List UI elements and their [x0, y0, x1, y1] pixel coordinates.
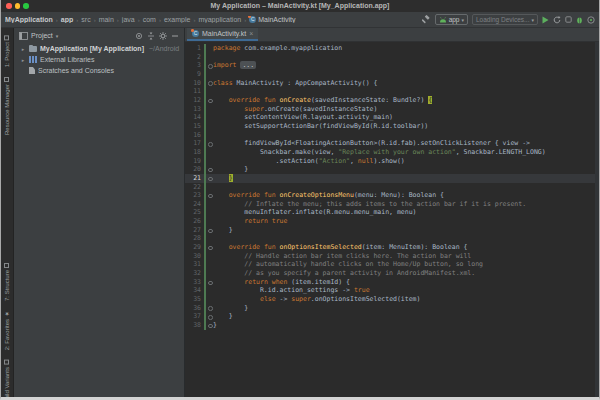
close-window-button[interactable]: [6, 3, 12, 9]
minimize-window-button[interactable]: [15, 3, 21, 9]
fold-marker-icon[interactable]: [206, 278, 213, 287]
fold-marker-icon[interactable]: [206, 226, 213, 235]
code-line-24[interactable]: 24 // Inflate the menu; this adds items …: [185, 200, 599, 209]
fold-marker-icon[interactable]: [206, 79, 213, 88]
breadcrumb-item-example[interactable]: example: [164, 16, 190, 23]
code-editor[interactable]: 1package com.example.myapplication23impo…: [185, 42, 599, 397]
debug-button[interactable]: [576, 16, 583, 24]
code-line-30[interactable]: 30 // Handle action bar item clicks here…: [185, 252, 599, 261]
expand-arrow-icon[interactable]: ▸: [20, 46, 26, 52]
code-line-35[interactable]: 35 else -> super.onOptionsItemSelected(i…: [185, 295, 599, 304]
breadcrumb-item-main[interactable]: main: [99, 16, 114, 23]
code-text: // Handle action bar item clicks here. T…: [213, 252, 599, 261]
code-line-16[interactable]: 16: [185, 131, 599, 140]
apply-changes-icon[interactable]: [553, 16, 561, 24]
zoom-window-button[interactable]: [23, 3, 29, 9]
code-line-3[interactable]: 3import ...: [185, 61, 599, 70]
code-line-34[interactable]: 34 R.id.action_settings -> true: [185, 286, 599, 295]
code-line-29[interactable]: 29 override fun onOptionsItemSelected(it…: [185, 243, 599, 252]
line-number: 14: [185, 113, 201, 122]
fold-marker-icon[interactable]: [206, 96, 213, 105]
settings-gear-icon[interactable]: [158, 31, 167, 40]
project-panel-title[interactable]: Project: [31, 32, 53, 39]
code-line-21[interactable]: 21 }: [185, 174, 599, 183]
code-line-23[interactable]: 23 override fun onCreateOptionsMenu(menu…: [185, 191, 599, 200]
breadcrumb-item-myapplication[interactable]: myapplication: [198, 16, 241, 23]
tab-mainactivity[interactable]: C MainActivity.kt ×: [187, 28, 258, 41]
run-configuration-select[interactable]: app ▾: [435, 14, 468, 25]
breadcrumb-item-myapplication[interactable]: MyApplication: [5, 16, 53, 23]
profiler-icon[interactable]: [587, 16, 595, 24]
fold-marker-icon[interactable]: [206, 61, 213, 70]
tool-stripe-button-build-variants[interactable]: Build Variants: [4, 360, 10, 397]
locate-file-icon[interactable]: [134, 31, 143, 40]
fold-marker-icon[interactable]: [206, 139, 213, 148]
tool-stripe-button-project[interactable]: 1: Project: [4, 35, 10, 67]
tree-item-scratches[interactable]: Scratches and Consoles: [14, 65, 184, 76]
tree-item-label: MyApplication [My Application]: [40, 45, 144, 52]
code-line-14[interactable]: 14 setContentView(R.layout.activity_main…: [185, 113, 599, 122]
close-tab-icon[interactable]: ×: [249, 30, 253, 37]
tree-item-libraries[interactable]: ▸External Libraries: [14, 54, 184, 65]
fold-column: [206, 208, 213, 217]
chevron-down-icon[interactable]: ▾: [56, 33, 59, 39]
code-line-18[interactable]: 18 Snackbar.make(view, "Replace with you…: [185, 148, 599, 157]
tool-stripe-button-favorites[interactable]: 2: Favorites★: [4, 311, 10, 350]
code-line-10[interactable]: 10class MainActivity : AppCompatActivity…: [185, 79, 599, 88]
fold-marker-icon[interactable]: [206, 312, 213, 321]
code-line-27[interactable]: 27 }: [185, 226, 599, 235]
code-text: return when (item.itemId) {: [213, 278, 599, 287]
breadcrumb-separator: ›: [193, 17, 195, 23]
expand-arrow-icon[interactable]: ▸: [20, 57, 26, 63]
code-line-13[interactable]: 13 super.onCreate(savedInstanceState): [185, 105, 599, 114]
device-selector[interactable]: Loading Devices... ▾: [472, 14, 538, 25]
fold-marker-icon[interactable]: [206, 321, 213, 330]
code-line-9[interactable]: 9: [185, 70, 599, 79]
code-line-33[interactable]: 33 return when (item.itemId) {: [185, 278, 599, 287]
code-line-28[interactable]: 28: [185, 234, 599, 243]
line-number: 17: [185, 139, 201, 148]
tree-item-folder[interactable]: ▸MyApplication [My Application]~/Android: [14, 43, 184, 54]
run-button[interactable]: [542, 16, 549, 24]
code-line-20[interactable]: 20 }: [185, 165, 599, 174]
fold-marker-icon[interactable]: [206, 304, 213, 313]
breadcrumb-item-com[interactable]: com: [143, 16, 156, 23]
code-line-17[interactable]: 17 findViewById<FloatingActionButton>(R.…: [185, 139, 599, 148]
code-line-11[interactable]: 11: [185, 87, 599, 96]
code-line-38[interactable]: 38}: [185, 321, 599, 330]
fold-marker-icon[interactable]: [206, 191, 213, 200]
code-line-15[interactable]: 15 setSupportActionBar(findViewById(R.id…: [185, 122, 599, 131]
code-line-12[interactable]: 12 override fun onCreate(savedInstanceSt…: [185, 96, 599, 105]
libraries-icon: [29, 56, 37, 63]
code-line-32[interactable]: 32 // as you specify a parent activity i…: [185, 269, 599, 278]
code-line-31[interactable]: 31 // automatically handle clicks on the…: [185, 260, 599, 269]
code-line-26[interactable]: 26 return true: [185, 217, 599, 226]
project-tool-window: Project ▾ ▸MyApplication [My Application…: [14, 28, 185, 397]
breadcrumb-item-src[interactable]: src: [81, 16, 90, 23]
code-line-19[interactable]: 19 .setAction("Action", null).show(): [185, 157, 599, 166]
line-number: 20: [185, 165, 201, 174]
breadcrumb: MyApplication›app›src›main›java›com›exam…: [5, 16, 296, 23]
code-line-22[interactable]: 22: [185, 183, 599, 192]
breadcrumb-item-mainactivity[interactable]: CMainActivity: [249, 16, 295, 23]
tool-stripe-button-structure[interactable]: 7: Structure: [4, 263, 10, 301]
ide-window: My Application – MainActivity.kt [My_App…: [0, 0, 600, 400]
editor-scrollbar[interactable]: [595, 42, 599, 397]
profile-button-icon[interactable]: [565, 16, 572, 23]
fold-column: [206, 252, 213, 261]
collapse-all-icon[interactable]: [146, 31, 155, 40]
hide-panel-icon[interactable]: [170, 31, 179, 40]
breadcrumb-item-java[interactable]: java: [122, 16, 135, 23]
code-line-1[interactable]: 1package com.example.myapplication: [185, 44, 599, 53]
build-hammer-icon[interactable]: [422, 15, 431, 24]
fold-marker-icon[interactable]: [206, 243, 213, 252]
code-line-36[interactable]: 36 }: [185, 304, 599, 313]
fold-marker-icon[interactable]: [206, 165, 213, 174]
code-line-2[interactable]: 2: [185, 53, 599, 62]
fold-marker-icon[interactable]: [206, 174, 213, 183]
breadcrumb-item-app[interactable]: app: [61, 16, 73, 23]
tool-stripe-button-resource-manager[interactable]: Resource Manager: [4, 77, 10, 135]
code-line-25[interactable]: 25 menuInflater.inflate(R.menu.menu_main…: [185, 208, 599, 217]
code-line-37[interactable]: 37 }: [185, 312, 599, 321]
code-text: }: [213, 165, 599, 174]
